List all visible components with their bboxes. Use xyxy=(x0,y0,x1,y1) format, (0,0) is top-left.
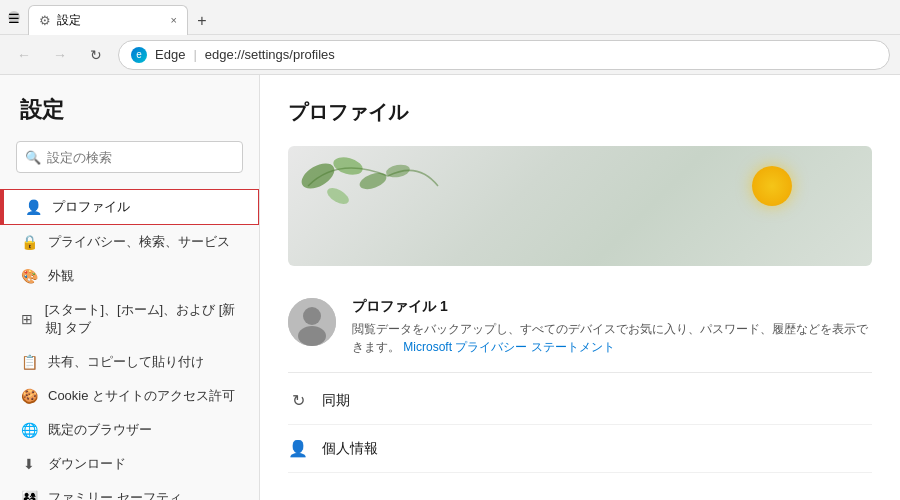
edge-label: Edge xyxy=(155,47,185,62)
address-url: edge://settings/profiles xyxy=(205,47,335,62)
sidebar-item-downloads[interactable]: ⬇ ダウンロード xyxy=(0,447,259,481)
svg-point-2 xyxy=(357,170,388,193)
settings-tab[interactable]: ⚙ 設定 × xyxy=(28,5,188,35)
svg-point-1 xyxy=(331,154,364,177)
share-icon: 📋 xyxy=(20,354,38,370)
tab-bar: ⚙ 設定 × + xyxy=(28,0,892,35)
sidebar-item-label: Cookie とサイトのアクセス許可 xyxy=(48,387,235,405)
sidebar-item-label: 既定のブラウザー xyxy=(48,421,152,439)
window-controls: ☰ xyxy=(8,11,20,23)
profile-card: プロファイル 1 閲覧データをバックアップし、すべてのデバイスでお気に入り、パス… xyxy=(288,282,872,373)
address-separator: | xyxy=(193,47,196,62)
content-area: プロファイル xyxy=(260,75,900,500)
sidebar-item-privacy[interactable]: 🔒 プライバシー、検索、サービス xyxy=(0,225,259,259)
family-icon: 👨‍👩‍👧 xyxy=(20,490,38,500)
profile-info: プロファイル 1 閲覧データをバックアップし、すべてのデバイスでお気に入り、パス… xyxy=(352,298,872,356)
addressbar: ← → ↻ e Edge | edge://settings/profiles xyxy=(0,35,900,75)
search-icon: 🔍 xyxy=(25,150,41,165)
edge-logo-icon: e xyxy=(131,47,147,63)
svg-point-6 xyxy=(303,307,321,325)
tab-close-button[interactable]: × xyxy=(171,14,177,26)
sidebar-item-family[interactable]: 👨‍👩‍👧 ファミリー セーフティ xyxy=(0,481,259,500)
banner-sun-decoration xyxy=(752,166,792,206)
search-box[interactable]: 🔍 xyxy=(16,141,243,173)
cookies-icon: 🍪 xyxy=(20,388,38,404)
sidebar-item-profile[interactable]: 👤 プロファイル xyxy=(0,189,259,225)
tab-title: 設定 xyxy=(57,12,81,29)
banner-leaves-decoration xyxy=(288,146,488,266)
sync-label: 同期 xyxy=(322,392,350,410)
profile-name: プロファイル 1 xyxy=(352,298,872,316)
browser-icon: 🌐 xyxy=(20,422,38,438)
back-button[interactable]: ← xyxy=(10,41,38,69)
sidebar-toggle-icon[interactable]: ☰ xyxy=(8,11,20,23)
sidebar-item-label: 共有、コピーして貼り付け xyxy=(48,353,204,371)
privacy-statement-link[interactable]: Microsoft プライバシー ステートメント xyxy=(403,340,614,354)
sidebar-item-start[interactable]: ⊞ [スタート]、[ホーム]、および [新規] タブ xyxy=(0,293,259,345)
sidebar-item-label: プロファイル xyxy=(52,198,130,216)
privacy-icon: 🔒 xyxy=(20,234,38,250)
svg-point-3 xyxy=(325,185,352,207)
address-field[interactable]: e Edge | edge://settings/profiles xyxy=(118,40,890,70)
sidebar-item-default-browser[interactable]: 🌐 既定のブラウザー xyxy=(0,413,259,447)
new-tab-button[interactable]: + xyxy=(188,7,216,35)
avatar xyxy=(288,298,336,346)
sidebar-item-label: ファミリー セーフティ xyxy=(48,489,182,500)
search-input[interactable] xyxy=(47,150,234,165)
svg-point-7 xyxy=(298,326,326,346)
sidebar-item-label: [スタート]、[ホーム]、および [新規] タブ xyxy=(45,301,239,337)
banner-inner xyxy=(288,146,872,266)
personal-info-label: 個人情報 xyxy=(322,440,378,458)
sync-icon: ↻ xyxy=(288,391,308,410)
profile-description: 閲覧データをバックアップし、すべてのデバイスでお気に入り、パスワード、履歴などを… xyxy=(352,320,872,356)
refresh-button[interactable]: ↻ xyxy=(82,41,110,69)
sidebar-title: 設定 xyxy=(0,95,259,141)
tab-settings-icon: ⚙ xyxy=(39,13,51,28)
forward-button[interactable]: → xyxy=(46,41,74,69)
sidebar-item-share[interactable]: 📋 共有、コピーして貼り付け xyxy=(0,345,259,379)
page-title: プロファイル xyxy=(288,99,872,126)
profile-icon: 👤 xyxy=(24,199,42,215)
sidebar: 設定 🔍 👤 プロファイル 🔒 プライバシー、検索、サービス 🎨 外観 ⊞ [ス… xyxy=(0,75,260,500)
sidebar-item-label: ダウンロード xyxy=(48,455,126,473)
sidebar-item-appearance[interactable]: 🎨 外観 xyxy=(0,259,259,293)
appearance-icon: 🎨 xyxy=(20,268,38,284)
download-icon: ⬇ xyxy=(20,456,38,472)
profile-banner xyxy=(288,146,872,266)
titlebar: ☰ ⚙ 設定 × + xyxy=(0,0,900,35)
sync-section[interactable]: ↻ 同期 xyxy=(288,377,872,425)
sidebar-item-label: 外観 xyxy=(48,267,74,285)
start-icon: ⊞ xyxy=(20,311,35,327)
sidebar-item-label: プライバシー、検索、サービス xyxy=(48,233,230,251)
sidebar-item-cookies[interactable]: 🍪 Cookie とサイトのアクセス許可 xyxy=(0,379,259,413)
main-layout: 設定 🔍 👤 プロファイル 🔒 プライバシー、検索、サービス 🎨 外観 ⊞ [ス… xyxy=(0,75,900,500)
personal-info-icon: 👤 xyxy=(288,439,308,458)
personal-info-section[interactable]: 👤 個人情報 xyxy=(288,425,872,473)
